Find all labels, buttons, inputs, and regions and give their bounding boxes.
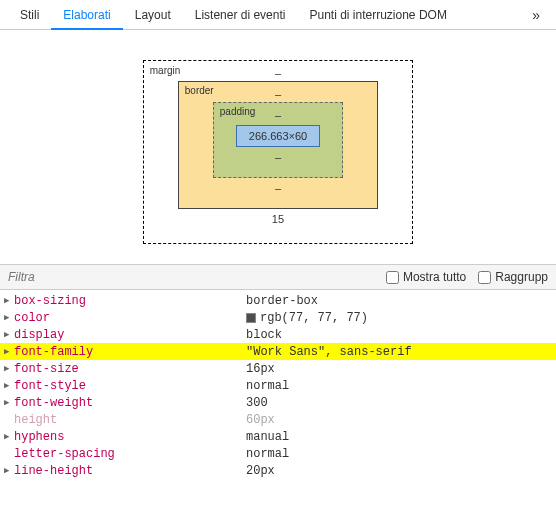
property-name: hyphens	[14, 430, 246, 444]
expand-triangle-icon[interactable]: ▶	[4, 397, 14, 408]
property-name: line-height	[14, 464, 246, 478]
property-value-text: normal	[246, 379, 289, 393]
property-row[interactable]: ▶box-sizingborder-box	[0, 292, 556, 309]
property-value-text: rgb(77, 77, 77)	[260, 311, 368, 325]
show-all-label[interactable]: Mostra tutto	[386, 270, 466, 284]
property-value: rgb(77, 77, 77)	[246, 311, 368, 325]
margin-bottom-value: 15	[178, 213, 378, 225]
property-row[interactable]: ▶font-family"Work Sans", sans-serif	[0, 343, 556, 360]
property-value: 20px	[246, 464, 275, 478]
property-value: block	[246, 328, 282, 342]
box-model-border[interactable]: border – padding – 266.663×60 – –	[178, 81, 378, 209]
computed-properties-list: ▶box-sizingborder-box▶colorrgb(77, 77, 7…	[0, 290, 556, 481]
box-model-content[interactable]: 266.663×60	[236, 125, 320, 147]
property-name: height	[14, 413, 246, 427]
property-value-text: manual	[246, 430, 289, 444]
expand-triangle-icon[interactable]: ▶	[4, 346, 14, 357]
border-top-value: –	[213, 88, 343, 100]
box-model-margin[interactable]: margin – border – padding – 266.663×60 –…	[143, 60, 413, 244]
property-row[interactable]: ▶line-height20px	[0, 462, 556, 479]
property-value: normal	[246, 379, 289, 393]
property-value-text: 20px	[246, 464, 275, 478]
property-name: font-weight	[14, 396, 246, 410]
margin-label: margin	[150, 65, 181, 76]
property-value: "Work Sans", sans-serif	[246, 345, 412, 359]
border-label: border	[185, 85, 214, 96]
property-row[interactable]: ▶displayblock	[0, 326, 556, 343]
property-value-text: 60px	[246, 413, 275, 427]
property-name: font-style	[14, 379, 246, 393]
margin-top-value: –	[178, 67, 378, 79]
property-name: color	[14, 311, 246, 325]
property-value-text: "Work Sans", sans-serif	[246, 345, 412, 359]
tab-styles[interactable]: Stili	[8, 0, 51, 30]
property-value: manual	[246, 430, 289, 444]
expand-triangle-icon[interactable]: ▶	[4, 295, 14, 306]
property-name: font-family	[14, 345, 246, 359]
more-tabs-button[interactable]: »	[524, 7, 548, 23]
property-value: 300	[246, 396, 268, 410]
group-checkbox[interactable]	[478, 271, 491, 284]
expand-triangle-icon[interactable]: ▶	[4, 363, 14, 374]
tab-event-listeners[interactable]: Listener di eventi	[183, 0, 298, 30]
box-model-padding[interactable]: padding – 266.663×60 –	[213, 102, 343, 178]
tabs-bar: Stili Elaborati Layout Listener di event…	[0, 0, 556, 30]
property-value: 60px	[246, 413, 275, 427]
property-row[interactable]: ▶height60px	[0, 411, 556, 428]
property-value-text: block	[246, 328, 282, 342]
show-all-checkbox[interactable]	[386, 271, 399, 284]
padding-bottom-value: –	[236, 151, 320, 163]
expand-triangle-icon[interactable]: ▶	[4, 312, 14, 323]
property-row[interactable]: ▶colorrgb(77, 77, 77)	[0, 309, 556, 326]
expand-triangle-icon[interactable]: ▶	[4, 431, 14, 442]
property-value: border-box	[246, 294, 318, 308]
filter-input[interactable]	[8, 270, 158, 284]
property-row[interactable]: ▶font-size16px	[0, 360, 556, 377]
property-row[interactable]: ▶font-weight300	[0, 394, 556, 411]
property-value-text: 16px	[246, 362, 275, 376]
tab-dom-breakpoints[interactable]: Punti di interruzione DOM	[297, 0, 458, 30]
padding-label: padding	[220, 106, 256, 117]
tab-computed[interactable]: Elaborati	[51, 0, 122, 30]
expand-triangle-icon[interactable]: ▶	[4, 465, 14, 476]
expand-triangle-icon[interactable]: ▶	[4, 329, 14, 340]
property-value-text: normal	[246, 447, 289, 461]
property-value: normal	[246, 447, 289, 461]
border-bottom-value: –	[213, 182, 343, 194]
expand-triangle-icon[interactable]: ▶	[4, 380, 14, 391]
property-name: letter-spacing	[14, 447, 246, 461]
property-value-text: border-box	[246, 294, 318, 308]
property-name: font-size	[14, 362, 246, 376]
property-row[interactable]: ▶letter-spacingnormal	[0, 445, 556, 462]
group-label[interactable]: Raggrupp	[478, 270, 548, 284]
property-name: display	[14, 328, 246, 342]
filter-bar: Mostra tutto Raggrupp	[0, 264, 556, 290]
property-row[interactable]: ▶font-stylenormal	[0, 377, 556, 394]
color-swatch-icon	[246, 313, 256, 323]
property-value: 16px	[246, 362, 275, 376]
property-value-text: 300	[246, 396, 268, 410]
show-all-text: Mostra tutto	[403, 270, 466, 284]
property-name: box-sizing	[14, 294, 246, 308]
tab-layout[interactable]: Layout	[123, 0, 183, 30]
group-text: Raggrupp	[495, 270, 548, 284]
property-row[interactable]: ▶hyphensmanual	[0, 428, 556, 445]
box-model-diagram: margin – border – padding – 266.663×60 –…	[0, 30, 556, 264]
